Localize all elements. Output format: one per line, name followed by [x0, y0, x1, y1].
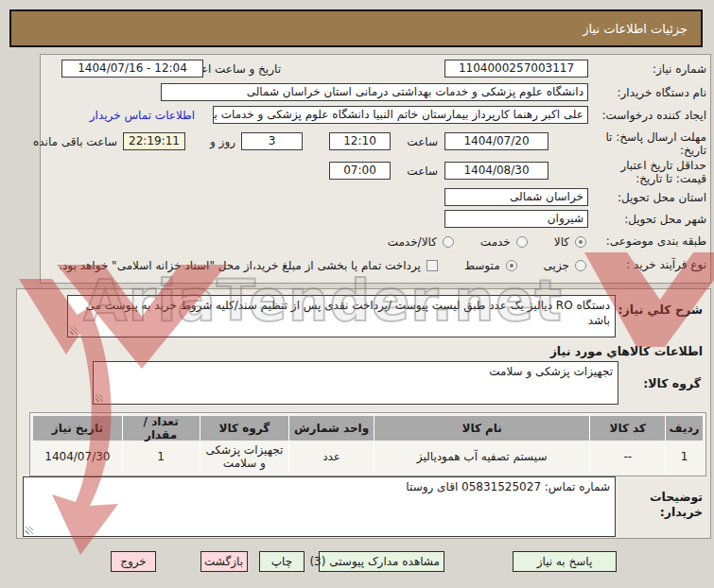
col-goods-code: کد کالا: [589, 416, 665, 441]
goods-table-header-row: ردیف کد کالا نام کالا واحد شمارش گروه کا…: [33, 416, 703, 441]
radio-medium-label: متوسط: [464, 259, 500, 272]
need-number-field[interactable]: 1104000257003117: [444, 60, 588, 78]
cell-need-date: 1404/07/30: [33, 441, 122, 473]
col-quantity: تعداد / مقدار: [122, 416, 200, 441]
resize-handle-icon[interactable]: [26, 527, 33, 534]
radio-goods-service-label: کالا/خدمت: [388, 235, 437, 249]
request-creator-field[interactable]: علی اکبر رهنما کارپرداز بیمارستان خاتم ا…: [213, 106, 588, 124]
buyer-org-label: نام دستگاه خریدار:: [618, 84, 707, 102]
need-description-label: شرح کلي نیاز:: [618, 301, 703, 319]
price-validity-time-field[interactable]: 07:00: [329, 162, 391, 180]
col-count-unit: واحد شمارش: [288, 416, 374, 441]
goods-table-row: 1 -- سیستم تصفیه آب همودیالیز عدد تجهیزا…: [33, 441, 703, 473]
classification-label: طبقه بندی موضوعی:: [606, 233, 706, 251]
cell-goods-code: --: [589, 441, 665, 473]
hours-remaining-label: ساعت باقی مانده: [33, 133, 117, 151]
cell-quantity: 1: [122, 441, 200, 473]
goods-section-header: اطلاعات کالاهاي مورد نیاز: [550, 342, 703, 360]
reply-to-need-button[interactable]: پاسخ به نیاز: [513, 551, 617, 572]
buyer-org-field[interactable]: دانشگاه علوم پزشکی و خدمات بهداشتی درمان…: [161, 83, 588, 101]
days-and-label: روز و: [210, 133, 235, 151]
buyer-notes-text: شماره تماس: 05831525027 اقای روستا: [28, 479, 610, 494]
reply-deadline-label: مهلت ارسال پاسخ: تا تاریخ:: [595, 130, 706, 157]
process-type-label: نوع فرآیند خرید :: [626, 256, 706, 274]
page: جزئیات اطلاعات نیاز شماره نیاز: 11040002…: [0, 0, 714, 588]
goods-group-label: گروه کالا:: [643, 374, 701, 392]
goods-panel: شرح کلي نیاز: دستگاه RO دیالیز یک عدد طب…: [16, 288, 711, 539]
delivery-province-label: استان محل تحویل:: [618, 189, 706, 207]
goods-table: ردیف کد کالا نام کالا واحد شمارش گروه کا…: [29, 412, 706, 476]
announce-datetime-field[interactable]: 1404/07/16 - 12:04: [61, 60, 203, 78]
back-button[interactable]: بازگشت: [200, 551, 248, 572]
buyer-notes-label: توضیحات خریدار:: [644, 490, 703, 520]
goods-group-text: تجهیزات پزشکی و سلامت: [98, 364, 613, 379]
radio-goods-label: کالا: [554, 235, 569, 249]
col-need-date: تاریخ نیاز: [33, 416, 122, 441]
reply-deadline-date-field[interactable]: 1404/07/20: [444, 132, 549, 150]
print-button[interactable]: چاپ: [259, 551, 305, 572]
goods-group-textarea[interactable]: تجهیزات پزشکی و سلامت: [93, 361, 618, 405]
process-type-options: جزیی متوسط پرداخت تمام یا بخشی از مبلغ خ…: [59, 256, 586, 274]
cell-row-number: 1: [665, 441, 703, 473]
page-title-bar: جزئیات اطلاعات نیاز: [9, 9, 703, 47]
reply-deadline-time-field[interactable]: 12:10: [329, 132, 391, 150]
delivery-city-field[interactable]: شیروان: [444, 210, 588, 228]
resize-handle-icon[interactable]: [96, 394, 103, 402]
cell-goods-name: سیستم تصفیه آب همودیالیز: [374, 441, 589, 473]
view-attached-docs-button[interactable]: مشاهده مدارک پیوستی (3): [319, 551, 444, 572]
cell-count-unit: عدد: [288, 441, 374, 473]
validity-hour-label: ساعت: [407, 163, 438, 181]
deadline-hour-label: ساعت: [407, 133, 438, 151]
classification-options: کالا خدمت کالا/خدمت: [388, 233, 586, 251]
radio-goods-service[interactable]: [443, 236, 454, 248]
buyer-notes-textarea[interactable]: شماره تماس: 05831525027 اقای روستا: [23, 476, 616, 537]
need-description-text: دستگاه RO دیالیز یک عدد طبق لیست پیوست /…: [73, 298, 610, 328]
need-number-label: شماره نیاز:: [653, 61, 706, 78]
request-creator-label: ایجاد کننده درخواست:: [601, 107, 706, 125]
page-title: جزئیات اطلاعات نیاز: [583, 22, 688, 36]
col-goods-group: گروه کالا: [200, 416, 289, 441]
remaining-days-field[interactable]: 3: [241, 132, 303, 150]
radio-partial[interactable]: [575, 260, 586, 271]
resize-handle-icon[interactable]: [70, 327, 78, 335]
price-validity-date-field[interactable]: 1404/08/30: [444, 162, 549, 180]
delivery-city-label: شهر محل تحویل:: [624, 211, 706, 229]
radio-service-label: خدمت: [480, 235, 511, 249]
cell-goods-group: تجهیزات پزشکی و سلامت: [200, 441, 289, 473]
exit-button[interactable]: خروج: [111, 551, 156, 572]
remaining-time-field[interactable]: 22:19:11: [123, 132, 185, 150]
buyer-contact-link[interactable]: اطلاعات تماس خریدار: [90, 107, 195, 125]
treasury-checkbox-label: پرداخت تمام یا بخشی از مبلغ خرید،از محل …: [59, 259, 421, 272]
col-goods-name: نام کالا: [374, 416, 589, 441]
radio-service[interactable]: [516, 236, 528, 248]
radio-medium[interactable]: [506, 260, 517, 271]
delivery-province-field[interactable]: خراسان شمالی: [444, 188, 588, 206]
price-validity-label: حداقل تاریخ اعتبار قیمت: تا تاریخ:: [591, 159, 706, 185]
col-row-number: ردیف: [665, 416, 703, 441]
need-description-textarea[interactable]: دستگاه RO دیالیز یک عدد طبق لیست پیوست /…: [67, 295, 616, 337]
radio-partial-label: جزیی: [544, 259, 569, 272]
treasury-checkbox[interactable]: [427, 260, 438, 271]
radio-goods[interactable]: [575, 236, 586, 248]
